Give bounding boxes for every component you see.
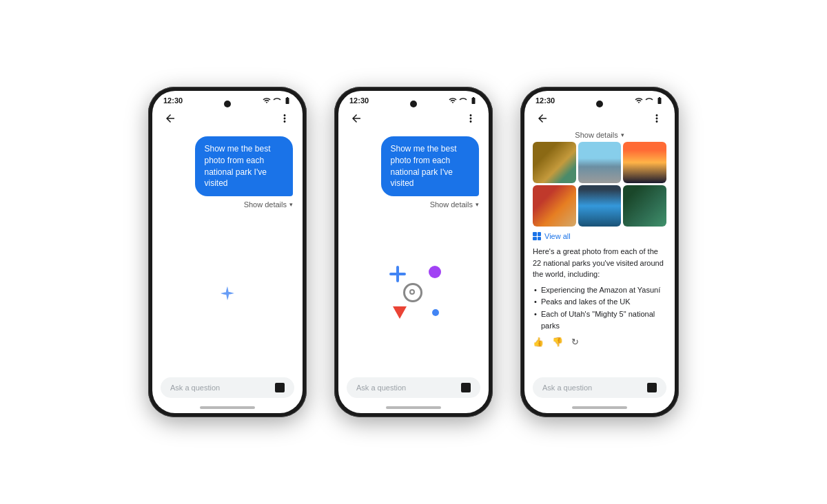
photo-cell-person[interactable] [533, 142, 576, 183]
chat-area-1: Show me the best photo from each nationa… [152, 129, 303, 213]
menu-button-2[interactable] [464, 112, 478, 125]
stop-button-2[interactable] [461, 383, 471, 392]
wifi-icon-1 [263, 96, 271, 105]
chat-area-2: Show me the best photo from each nationa… [338, 129, 489, 213]
phone-2-screen: 12:30 Show me the best photo from each n… [338, 91, 489, 413]
back-button-3[interactable] [535, 112, 549, 125]
refresh-icon[interactable]: ↻ [571, 337, 579, 347]
show-details-label-1: Show details [244, 200, 287, 209]
chat-bubble-1: Show me the best photo from each nationa… [195, 136, 294, 196]
phone-3: 12:30 Show details ▾ [520, 87, 679, 417]
battery-icon-3 [655, 96, 664, 105]
input-placeholder-3: Ask a question [542, 384, 592, 392]
phone-2: 12:30 Show me the best photo from each n… [334, 87, 493, 417]
blue-dot-icon [432, 309, 439, 316]
phone-3-screen: 12:30 Show details ▾ [524, 91, 675, 413]
phone-1-content: Show me the best photo from each nationa… [152, 129, 303, 373]
photo-cell-sunset[interactable] [623, 142, 666, 183]
signal-icon-2 [459, 96, 467, 105]
input-placeholder-1: Ask a question [170, 384, 220, 392]
search-cluster [382, 262, 445, 324]
phone-3-content: Show details ▾ [524, 129, 675, 373]
response-text: Here's a great photo from each of the 22… [533, 246, 666, 280]
nav-bar-1 [152, 107, 303, 129]
camera-notch-2 [410, 101, 417, 107]
phone-2-content: Show me the best photo from each nationa… [338, 129, 489, 373]
thumbs-up-icon[interactable]: 👍 [533, 337, 544, 347]
signal-icon-1 [273, 96, 281, 105]
photo-cell-lake[interactable] [578, 185, 622, 227]
show-details-label-2: Show details [430, 200, 473, 209]
back-button-2[interactable] [349, 112, 363, 125]
photo-cell-mountain[interactable] [578, 142, 622, 183]
view-all-icon [533, 232, 541, 240]
camera-notch-1 [224, 101, 231, 107]
menu-button-3[interactable] [650, 112, 664, 125]
photo-cell-redrock[interactable] [533, 185, 576, 227]
searching-area-2 [338, 213, 489, 373]
back-button-1[interactable] [163, 112, 177, 125]
triangle-icon [393, 306, 407, 319]
loading-area-1 [152, 213, 303, 373]
stop-button-1[interactable] [275, 383, 285, 392]
status-time-1: 12:30 [163, 96, 183, 105]
results-area-3[interactable]: View all Here's a great photo from each … [524, 142, 675, 373]
show-details-2[interactable]: Show details ▾ [430, 200, 479, 209]
cross-icon [389, 266, 406, 282]
input-bar-1: Ask a question [152, 373, 303, 403]
input-field-1[interactable]: Ask a question [161, 377, 294, 398]
status-icons-2 [449, 96, 478, 105]
home-indicator-2 [386, 406, 441, 409]
thumbs-down-icon[interactable]: 👎 [552, 337, 563, 347]
menu-button-1[interactable] [278, 112, 292, 125]
show-details-1[interactable]: Show details ▾ [244, 200, 293, 209]
show-details-chevron-2: ▾ [476, 201, 479, 208]
phone-1-screen: 12:30 Show me the best photo from each n… [152, 91, 303, 413]
show-details-label-3: Show details [575, 131, 617, 139]
bullet-item-1: Peaks and lakes of the UK [533, 296, 666, 308]
purple-dot-icon [429, 266, 441, 278]
input-bar-3: Ask a question [524, 373, 675, 403]
home-indicator-3 [572, 406, 627, 409]
battery-icon-1 [283, 96, 292, 105]
search-circle-icon [403, 283, 422, 302]
signal-icon-3 [645, 96, 653, 105]
stop-button-3[interactable] [647, 383, 657, 392]
nav-bar-3 [524, 107, 675, 129]
photo-grid [533, 142, 666, 227]
status-time-2: 12:30 [349, 96, 369, 105]
show-details-chevron-1: ▾ [289, 201, 293, 208]
phone-1-wrapper: 12:30 Show me the best photo from each n… [148, 87, 307, 417]
phone-1: 12:30 Show me the best photo from each n… [148, 87, 307, 417]
wifi-icon-3 [635, 96, 643, 105]
view-all-label: View all [544, 232, 571, 240]
show-details-chevron-3: ▾ [621, 132, 624, 138]
chat-bubble-2: Show me the best photo from each nationa… [381, 136, 480, 196]
bullet-list: Experiencing the Amazon at Yasuní Peaks … [533, 284, 666, 333]
phone-2-wrapper: 12:30 Show me the best photo from each n… [334, 87, 493, 417]
view-all-link[interactable]: View all [533, 232, 666, 240]
input-field-2[interactable]: Ask a question [347, 377, 480, 398]
input-placeholder-2: Ask a question [356, 384, 406, 392]
status-time-3: 12:30 [535, 96, 555, 105]
home-indicator-1 [200, 406, 255, 409]
status-icons-3 [635, 96, 664, 105]
show-details-3[interactable]: Show details ▾ [524, 129, 675, 142]
status-icons-1 [263, 96, 292, 105]
photo-cell-forest[interactable] [623, 185, 666, 227]
wifi-icon-2 [449, 96, 457, 105]
camera-notch-3 [596, 101, 603, 107]
bullet-item-0: Experiencing the Amazon at Yasuní [533, 284, 666, 297]
battery-icon-2 [469, 96, 478, 105]
nav-bar-2 [338, 107, 489, 129]
input-bar-2: Ask a question [338, 373, 489, 403]
input-field-3[interactable]: Ask a question [533, 377, 666, 398]
feedback-bar: 👍 👎 ↻ [533, 333, 666, 351]
bullet-item-2: Each of Utah's "Mighty 5" national parks [533, 308, 666, 333]
gemini-star-icon-1 [219, 285, 236, 302]
phone-3-wrapper: 12:30 Show details ▾ [520, 87, 679, 417]
